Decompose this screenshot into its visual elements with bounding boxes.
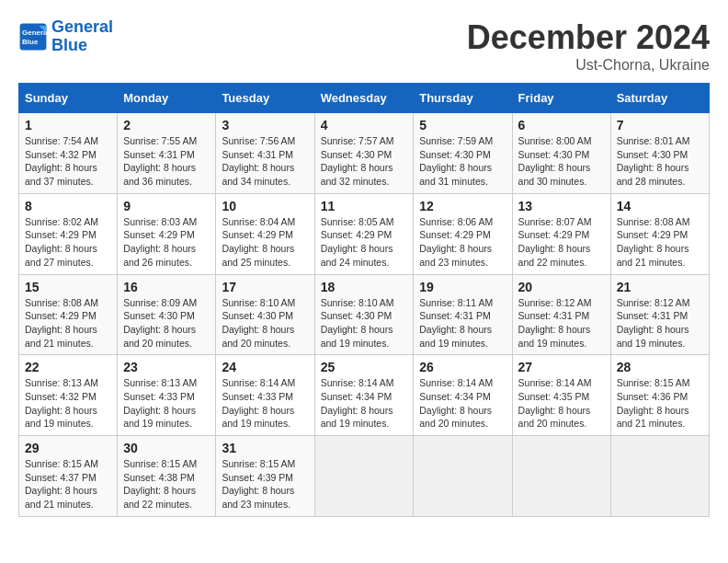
col-wednesday: Wednesday — [314, 84, 414, 113]
table-row: 8 Sunrise: 8:02 AMSunset: 4:29 PMDayligh… — [19, 193, 118, 274]
day-number: 13 — [518, 199, 605, 213]
day-number: 30 — [123, 441, 210, 455]
table-row: 27 Sunrise: 8:14 AMSunset: 4:35 PMDaylig… — [512, 355, 610, 436]
day-number: 20 — [518, 280, 605, 294]
calendar-row: 15 Sunrise: 8:08 AMSunset: 4:29 PMDaylig… — [19, 274, 710, 355]
table-row: 2 Sunrise: 7:55 AMSunset: 4:31 PMDayligh… — [118, 113, 216, 194]
table-row: 3 Sunrise: 7:56 AMSunset: 4:31 PMDayligh… — [216, 113, 314, 194]
table-row: 17 Sunrise: 8:10 AMSunset: 4:30 PMDaylig… — [216, 274, 314, 355]
title-block: December 2024 Ust-Chorna, Ukraine — [467, 18, 710, 74]
table-row: 31 Sunrise: 8:15 AMSunset: 4:39 PMDaylig… — [216, 436, 314, 517]
day-info: Sunrise: 8:02 AMSunset: 4:29 PMDaylight:… — [25, 216, 98, 268]
table-row: 16 Sunrise: 8:09 AMSunset: 4:30 PMDaylig… — [118, 274, 216, 355]
day-info: Sunrise: 8:05 AMSunset: 4:29 PMDaylight:… — [321, 216, 394, 268]
table-row: 4 Sunrise: 7:57 AMSunset: 4:30 PMDayligh… — [314, 113, 414, 194]
table-row: 1 Sunrise: 7:54 AMSunset: 4:32 PMDayligh… — [19, 113, 118, 194]
day-info: Sunrise: 8:15 AMSunset: 4:39 PMDaylight:… — [222, 458, 295, 510]
table-row — [314, 436, 414, 517]
table-row: 19 Sunrise: 8:11 AMSunset: 4:31 PMDaylig… — [414, 274, 512, 355]
col-saturday: Saturday — [610, 84, 709, 113]
logo-icon: General Blue — [18, 22, 48, 52]
day-info: Sunrise: 8:14 AMSunset: 4:34 PMDaylight:… — [419, 377, 493, 429]
table-row — [610, 436, 709, 517]
day-info: Sunrise: 8:04 AMSunset: 4:29 PMDaylight:… — [222, 216, 295, 268]
table-row: 15 Sunrise: 8:08 AMSunset: 4:29 PMDaylig… — [19, 274, 118, 355]
day-info: Sunrise: 8:03 AMSunset: 4:29 PMDaylight:… — [123, 216, 197, 268]
table-row — [414, 436, 512, 517]
day-number: 1 — [25, 118, 111, 132]
col-thursday: Thursday — [414, 84, 512, 113]
calendar-row: 1 Sunrise: 7:54 AMSunset: 4:32 PMDayligh… — [19, 113, 710, 194]
day-info: Sunrise: 7:57 AMSunset: 4:30 PMDaylight:… — [321, 135, 394, 187]
day-info: Sunrise: 8:08 AMSunset: 4:29 PMDaylight:… — [617, 216, 690, 268]
day-number: 17 — [222, 280, 308, 294]
calendar-row: 8 Sunrise: 8:02 AMSunset: 4:29 PMDayligh… — [19, 193, 710, 274]
day-info: Sunrise: 8:09 AMSunset: 4:30 PMDaylight:… — [123, 297, 197, 349]
day-info: Sunrise: 8:15 AMSunset: 4:38 PMDaylight:… — [123, 458, 197, 510]
table-row: 7 Sunrise: 8:01 AMSunset: 4:30 PMDayligh… — [610, 113, 709, 194]
table-row: 24 Sunrise: 8:14 AMSunset: 4:33 PMDaylig… — [216, 355, 314, 436]
day-number: 5 — [419, 118, 506, 132]
col-friday: Friday — [512, 84, 610, 113]
day-info: Sunrise: 8:07 AMSunset: 4:29 PMDaylight:… — [518, 216, 592, 268]
page-header: General Blue General Blue December 2024 … — [18, 18, 710, 74]
day-info: Sunrise: 8:12 AMSunset: 4:31 PMDaylight:… — [617, 297, 690, 349]
day-number: 12 — [419, 199, 506, 213]
table-row: 9 Sunrise: 8:03 AMSunset: 4:29 PMDayligh… — [118, 193, 216, 274]
table-row: 28 Sunrise: 8:15 AMSunset: 4:36 PMDaylig… — [610, 355, 709, 436]
table-row: 23 Sunrise: 8:13 AMSunset: 4:33 PMDaylig… — [118, 355, 216, 436]
day-info: Sunrise: 7:54 AMSunset: 4:32 PMDaylight:… — [25, 135, 98, 187]
day-info: Sunrise: 8:15 AMSunset: 4:37 PMDaylight:… — [25, 458, 98, 510]
col-monday: Monday — [118, 84, 216, 113]
day-number: 26 — [419, 360, 506, 374]
day-number: 11 — [321, 199, 408, 213]
day-info: Sunrise: 8:10 AMSunset: 4:30 PMDaylight:… — [222, 297, 295, 349]
day-number: 25 — [321, 360, 408, 374]
table-row: 11 Sunrise: 8:05 AMSunset: 4:29 PMDaylig… — [314, 193, 414, 274]
table-row: 30 Sunrise: 8:15 AMSunset: 4:38 PMDaylig… — [118, 436, 216, 517]
day-info: Sunrise: 8:01 AMSunset: 4:30 PMDaylight:… — [617, 135, 690, 187]
month-title: December 2024 — [467, 18, 710, 57]
calendar-row: 29 Sunrise: 8:15 AMSunset: 4:37 PMDaylig… — [19, 436, 710, 517]
table-row: 26 Sunrise: 8:14 AMSunset: 4:34 PMDaylig… — [414, 355, 512, 436]
day-number: 10 — [222, 199, 308, 213]
day-number: 28 — [617, 360, 703, 374]
day-number: 2 — [123, 118, 210, 132]
logo-line2: Blue — [51, 36, 87, 54]
day-info: Sunrise: 8:13 AMSunset: 4:32 PMDaylight:… — [25, 377, 98, 429]
table-row: 10 Sunrise: 8:04 AMSunset: 4:29 PMDaylig… — [216, 193, 314, 274]
day-number: 24 — [222, 360, 308, 374]
day-info: Sunrise: 8:00 AMSunset: 4:30 PMDaylight:… — [518, 135, 592, 187]
day-info: Sunrise: 7:59 AMSunset: 4:30 PMDaylight:… — [419, 135, 493, 187]
table-row: 22 Sunrise: 8:13 AMSunset: 4:32 PMDaylig… — [19, 355, 118, 436]
table-row: 20 Sunrise: 8:12 AMSunset: 4:31 PMDaylig… — [512, 274, 610, 355]
day-number: 9 — [123, 199, 210, 213]
day-number: 22 — [25, 360, 111, 374]
day-info: Sunrise: 8:13 AMSunset: 4:33 PMDaylight:… — [123, 377, 197, 429]
calendar-row: 22 Sunrise: 8:13 AMSunset: 4:32 PMDaylig… — [19, 355, 710, 436]
table-row: 14 Sunrise: 8:08 AMSunset: 4:29 PMDaylig… — [610, 193, 709, 274]
day-info: Sunrise: 8:14 AMSunset: 4:33 PMDaylight:… — [222, 377, 295, 429]
logo-line1: General — [51, 17, 113, 36]
day-info: Sunrise: 8:15 AMSunset: 4:36 PMDaylight:… — [617, 377, 690, 429]
table-row: 25 Sunrise: 8:14 AMSunset: 4:34 PMDaylig… — [314, 355, 414, 436]
col-sunday: Sunday — [19, 84, 118, 113]
day-number: 31 — [222, 441, 308, 455]
day-number: 23 — [123, 360, 210, 374]
day-info: Sunrise: 8:11 AMSunset: 4:31 PMDaylight:… — [419, 297, 493, 349]
location: Ust-Chorna, Ukraine — [467, 57, 710, 74]
day-info: Sunrise: 8:06 AMSunset: 4:29 PMDaylight:… — [419, 216, 493, 268]
table-row: 5 Sunrise: 7:59 AMSunset: 4:30 PMDayligh… — [414, 113, 512, 194]
day-number: 14 — [617, 199, 703, 213]
header-row: Sunday Monday Tuesday Wednesday Thursday… — [19, 84, 710, 113]
table-row: 13 Sunrise: 8:07 AMSunset: 4:29 PMDaylig… — [512, 193, 610, 274]
col-tuesday: Tuesday — [216, 84, 314, 113]
day-number: 7 — [617, 118, 703, 132]
day-number: 29 — [25, 441, 111, 455]
day-number: 21 — [617, 280, 703, 294]
day-info: Sunrise: 8:14 AMSunset: 4:34 PMDaylight:… — [321, 377, 394, 429]
day-number: 27 — [518, 360, 605, 374]
svg-text:Blue: Blue — [22, 38, 39, 46]
table-row: 6 Sunrise: 8:00 AMSunset: 4:30 PMDayligh… — [512, 113, 610, 194]
day-info: Sunrise: 8:08 AMSunset: 4:29 PMDaylight:… — [25, 297, 98, 349]
